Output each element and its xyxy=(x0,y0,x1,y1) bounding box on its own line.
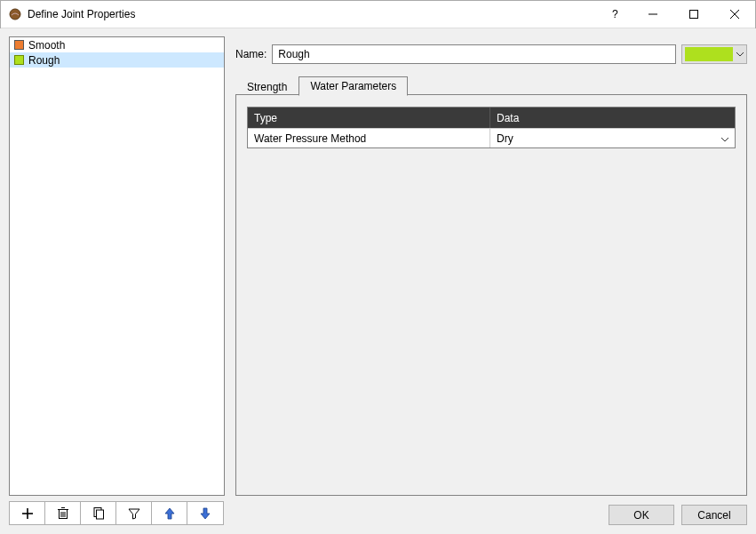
list-item-label: Smooth xyxy=(28,39,65,52)
list-toolbar xyxy=(9,501,224,525)
titlebar: Define Joint Properties ? xyxy=(1,1,755,28)
color-swatch-icon xyxy=(14,55,24,65)
svg-line-4 xyxy=(730,10,739,19)
help-button[interactable]: ? xyxy=(599,1,633,28)
list-item[interactable]: Smooth xyxy=(10,37,224,52)
tab-water-parameters[interactable]: Water Parameters xyxy=(298,76,408,96)
copy-button[interactable] xyxy=(81,502,116,524)
tab-body: Type Data Water Pressure Method Dry xyxy=(235,95,747,496)
minimize-button[interactable] xyxy=(633,1,673,28)
app-icon xyxy=(8,7,22,21)
list-item[interactable]: Rough xyxy=(10,52,224,68)
svg-text:?: ? xyxy=(612,8,618,20)
move-down-button[interactable] xyxy=(187,502,223,524)
tab-label: Water Parameters xyxy=(310,80,396,92)
tab-label: Strength xyxy=(247,81,287,93)
move-up-button[interactable] xyxy=(152,502,187,524)
arrow-down-icon xyxy=(199,507,211,520)
ok-button[interactable]: OK xyxy=(609,505,674,525)
tabs: Strength Water Parameters xyxy=(235,76,747,95)
color-swatch-icon xyxy=(685,47,733,61)
name-input[interactable] xyxy=(272,44,676,64)
joint-list[interactable]: Smooth Rough xyxy=(9,36,225,496)
button-label: Cancel xyxy=(697,509,730,522)
table-row[interactable]: Water Pressure Method Dry xyxy=(248,128,735,147)
svg-rect-3 xyxy=(690,11,698,19)
dropdown-value: Dry xyxy=(497,132,513,145)
window-title: Define Joint Properties xyxy=(28,8,135,20)
list-item-label: Rough xyxy=(28,54,60,67)
filter-button[interactable] xyxy=(116,502,152,524)
parameters-table: Type Data Water Pressure Method Dry xyxy=(247,107,736,148)
dialog-content: Smooth Rough Name: Stren xyxy=(0,28,756,534)
color-picker-button[interactable] xyxy=(681,44,747,64)
close-button[interactable] xyxy=(714,1,755,28)
row-data-dropdown[interactable]: Dry xyxy=(490,129,735,147)
svg-rect-15 xyxy=(96,510,103,519)
svg-line-5 xyxy=(730,10,739,19)
arrow-up-icon xyxy=(163,507,176,520)
tab-strength[interactable]: Strength xyxy=(235,77,298,96)
header-data: Data xyxy=(490,108,735,128)
copy-icon xyxy=(92,506,105,520)
delete-button[interactable] xyxy=(45,502,81,524)
properties-panel: Name: Strength Water Parameters xyxy=(235,36,747,496)
chevron-down-icon xyxy=(736,52,744,57)
color-swatch-icon xyxy=(14,40,24,50)
button-label: OK xyxy=(633,509,649,522)
chevron-down-icon xyxy=(721,132,728,145)
table-header: Type Data xyxy=(248,108,735,128)
cancel-button[interactable]: Cancel xyxy=(681,505,747,525)
trash-icon xyxy=(57,506,69,520)
maximize-button[interactable] xyxy=(673,1,714,28)
name-label: Name: xyxy=(235,48,267,60)
add-button[interactable] xyxy=(10,502,45,524)
filter-icon xyxy=(128,507,140,520)
row-type-label: Water Pressure Method xyxy=(248,129,490,147)
svg-point-0 xyxy=(10,9,20,20)
header-type: Type xyxy=(248,108,490,128)
plus-icon xyxy=(21,507,34,520)
dialog-footer: OK Cancel xyxy=(609,505,747,525)
